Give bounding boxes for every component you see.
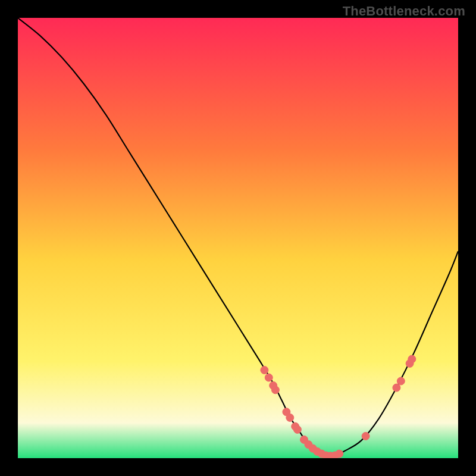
- watermark-text: TheBottleneck.com: [343, 4, 465, 19]
- plot-area: [18, 18, 458, 458]
- data-marker: [293, 425, 301, 433]
- data-marker: [271, 386, 279, 394]
- data-marker: [397, 377, 405, 385]
- data-marker: [286, 414, 294, 421]
- bottleneck-chart: [18, 18, 458, 458]
- data-marker: [261, 367, 268, 374]
- data-marker: [362, 433, 369, 440]
- data-marker: [265, 374, 273, 381]
- data-marker: [393, 384, 400, 392]
- data-marker: [408, 355, 416, 363]
- data-marker: [336, 450, 343, 458]
- app-frame: TheBottleneck.com: [0, 0, 476, 476]
